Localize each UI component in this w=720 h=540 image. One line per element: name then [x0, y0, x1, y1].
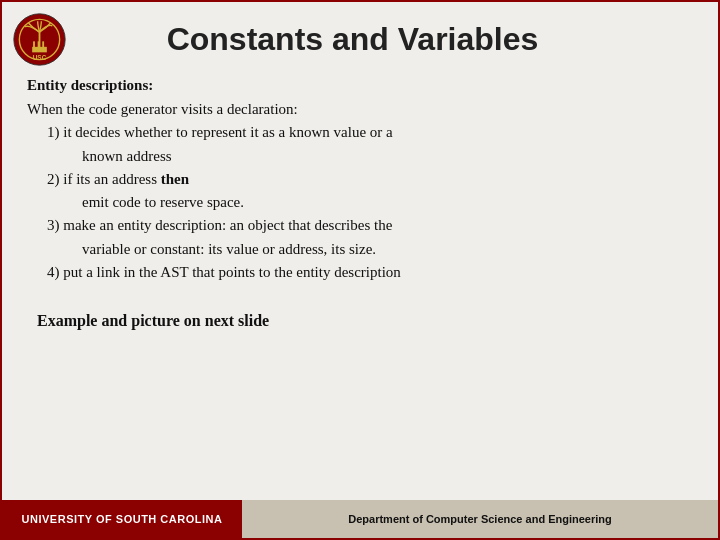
footer-university-name: UNIVERSITY OF SOUTH CAROLINA — [2, 500, 242, 538]
slide-content: Entity descriptions: When the code gener… — [2, 72, 718, 500]
slide-footer: UNIVERSITY OF SOUTH CAROLINA Department … — [2, 500, 718, 538]
item-2: 2) if its an address then — [27, 168, 693, 191]
item-4: 4) put a link in the AST that points to … — [27, 261, 693, 284]
body-text: When the code generator visits a declara… — [27, 98, 693, 284]
svg-rect-6 — [42, 41, 44, 47]
svg-rect-5 — [38, 41, 40, 47]
slide-header: USC Constants and Variables — [2, 2, 718, 72]
item-1a: 1) it decides whether to represent it as… — [27, 121, 693, 144]
svg-text:USC: USC — [33, 54, 47, 61]
item-1b: known address — [27, 145, 693, 168]
item-2c: emit code to reserve space. — [27, 191, 693, 214]
item-2b-bold: then — [161, 171, 189, 187]
line-1: When the code generator visits a declara… — [27, 98, 693, 121]
svg-rect-4 — [33, 41, 35, 47]
item-2a-text: 2) if its an address — [47, 171, 161, 187]
slide-title: Constants and Variables — [67, 21, 698, 58]
example-text: Example and picture on next slide — [37, 312, 693, 330]
entity-descriptions-label: Entity descriptions: — [27, 77, 693, 94]
footer-department-name: Department of Computer Science and Engin… — [242, 500, 718, 538]
usc-logo: USC — [12, 12, 67, 67]
item-3a: 3) make an entity description: an object… — [27, 214, 693, 237]
example-section: Example and picture on next slide — [27, 312, 693, 330]
slide: USC Constants and Variables Entity descr… — [0, 0, 720, 540]
item-3b: variable or constant: its value or addre… — [27, 238, 693, 261]
